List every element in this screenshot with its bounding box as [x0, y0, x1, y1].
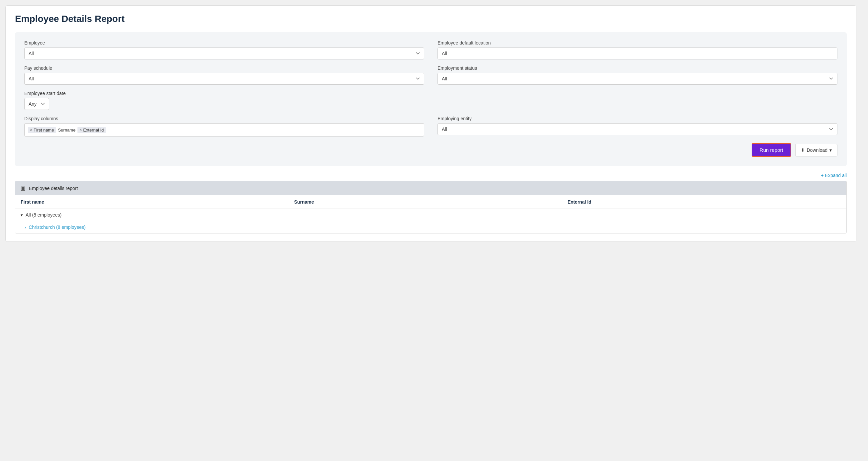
- tag-first-name-label: First name: [34, 128, 54, 133]
- filter-grid: Employee All Employee default location P…: [24, 40, 837, 136]
- display-columns-label: Display columns: [24, 116, 424, 121]
- filter-group-employing-entity: Employing entity All: [437, 116, 837, 136]
- tag-external-id-label: External Id: [83, 128, 104, 133]
- report-header-row: ▣ Employee details report: [15, 181, 846, 195]
- employee-label: Employee: [24, 40, 424, 45]
- tag-first-name[interactable]: × First name: [28, 127, 56, 133]
- filter-group-start-date: Employee start date Any: [24, 91, 424, 110]
- expand-all-link[interactable]: + Expand all: [821, 173, 847, 178]
- page-title: Employee Details Report: [15, 13, 847, 24]
- sub-group-chevron-christchurch[interactable]: ›: [25, 225, 26, 230]
- employing-entity-select[interactable]: All: [437, 123, 837, 135]
- col-header-external-id: External Id: [567, 199, 841, 205]
- start-date-select[interactable]: Any: [24, 98, 49, 110]
- filter-group-default-location: Employee default location: [437, 40, 837, 60]
- download-button[interactable]: ⬇ Download ▾: [795, 144, 837, 157]
- group-chevron-all[interactable]: ▾: [21, 212, 23, 218]
- report-section: ▣ Employee details report First name Sur…: [15, 181, 847, 233]
- tag-external-id[interactable]: × External Id: [78, 127, 106, 133]
- page-container: Employee Details Report Employee All Emp…: [5, 5, 856, 242]
- filter-group-employment-status: Employment status All: [437, 65, 837, 85]
- employing-entity-label: Employing entity: [437, 116, 837, 121]
- employment-status-label: Employment status: [437, 65, 837, 71]
- actions-row: Run report ⬇ Download ▾: [24, 143, 837, 157]
- col-header-first-name: First name: [21, 199, 294, 205]
- start-date-label: Employee start date: [24, 91, 424, 96]
- expand-row: + Expand all: [15, 173, 847, 178]
- col-header-surname: Surname: [294, 199, 568, 205]
- start-date-select-wrap: Any: [24, 98, 84, 110]
- employee-select[interactable]: All: [24, 47, 424, 60]
- filter-group-display-columns: Display columns × First name Surname × E…: [24, 116, 424, 136]
- download-label: Download: [807, 147, 828, 153]
- filter-group-pay-schedule: Pay schedule All: [24, 65, 424, 85]
- expand-all-label: Expand all: [825, 173, 847, 178]
- run-report-button[interactable]: Run report: [752, 143, 791, 157]
- tag-first-name-remove[interactable]: ×: [30, 128, 32, 132]
- start-date-spacer: [437, 91, 837, 110]
- report-header-title: Employee details report: [29, 186, 78, 191]
- sub-group-label-christchurch[interactable]: Christchurch (8 employees): [29, 225, 86, 230]
- default-location-input[interactable]: [437, 47, 837, 60]
- expand-all-prefix: +: [821, 173, 824, 178]
- tag-external-id-remove[interactable]: ×: [80, 128, 82, 132]
- group-label-all: All (8 employees): [26, 212, 62, 218]
- group-row-all: ▾ All (8 employees): [15, 209, 846, 221]
- filter-panel: Employee All Employee default location P…: [15, 32, 847, 166]
- display-columns-tags[interactable]: × First name Surname × External Id: [24, 123, 424, 136]
- table-header-row: First name Surname External Id: [15, 195, 846, 209]
- tag-surname: Surname: [58, 128, 75, 133]
- employment-status-select[interactable]: All: [437, 73, 837, 85]
- pay-schedule-label: Pay schedule: [24, 65, 424, 71]
- pay-schedule-select[interactable]: All: [24, 73, 424, 85]
- default-location-label: Employee default location: [437, 40, 837, 45]
- download-chevron-icon: ▾: [830, 147, 832, 153]
- sub-group-row-christchurch[interactable]: › Christchurch (8 employees): [15, 221, 846, 233]
- filter-group-employee: Employee All: [24, 40, 424, 60]
- report-doc-icon: ▣: [21, 185, 26, 191]
- download-icon: ⬇: [801, 147, 805, 153]
